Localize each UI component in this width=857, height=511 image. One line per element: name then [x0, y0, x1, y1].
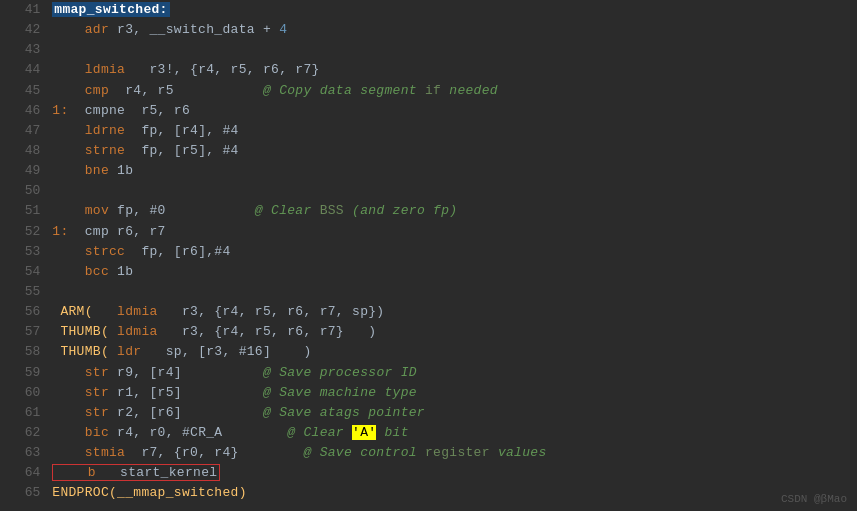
line-content: 1: cmp r6, r7	[48, 222, 857, 242]
line-number: 64	[0, 463, 48, 483]
line-content: str r2, [r6] @ Save atags pointer	[48, 403, 857, 423]
line-number: 59	[0, 363, 48, 383]
line-content: ldrne fp, [r4], #4	[48, 121, 857, 141]
table-row: 61 str r2, [r6] @ Save atags pointer	[0, 403, 857, 423]
line-content: str r9, [r4] @ Save processor ID	[48, 363, 857, 383]
line-number: 62	[0, 423, 48, 443]
table-row: 54 bcc 1b	[0, 262, 857, 282]
line-number: 47	[0, 121, 48, 141]
line-content: strne fp, [r5], #4	[48, 141, 857, 161]
table-row: 57 THUMB( ldmia r3, {r4, r5, r6, r7} )	[0, 322, 857, 342]
line-number: 46	[0, 101, 48, 121]
table-row: 50	[0, 181, 857, 201]
table-row: 461: cmpne r5, r6	[0, 101, 857, 121]
line-content: THUMB( ldmia r3, {r4, r5, r6, r7} )	[48, 322, 857, 342]
line-content: bcc 1b	[48, 262, 857, 282]
table-row: 45 cmp r4, r5 @ Copy data segment if nee…	[0, 81, 857, 101]
line-content: mov fp, #0 @ Clear BSS (and zero fp)	[48, 201, 857, 221]
line-content: bne 1b	[48, 161, 857, 181]
table-row: 55	[0, 282, 857, 302]
line-content: stmia r7, {r0, r4} @ Save control regist…	[48, 443, 857, 463]
table-row: 62 bic r4, r0, #CR_A @ Clear 'A' bit	[0, 423, 857, 443]
code-table: 41mmap_switched:42 adr r3, __switch_data…	[0, 0, 857, 504]
table-row: 56 ARM( ldmia r3, {r4, r5, r6, r7, sp})	[0, 302, 857, 322]
line-content: str r1, [r5] @ Save machine type	[48, 383, 857, 403]
table-row: 58 THUMB( ldr sp, [r3, #16] )	[0, 342, 857, 362]
line-number: 60	[0, 383, 48, 403]
line-content	[48, 40, 857, 60]
table-row: 521: cmp r6, r7	[0, 222, 857, 242]
table-row: 41mmap_switched:	[0, 0, 857, 20]
code-container: 41mmap_switched:42 adr r3, __switch_data…	[0, 0, 857, 511]
line-number: 50	[0, 181, 48, 201]
table-row: 59 str r9, [r4] @ Save processor ID	[0, 363, 857, 383]
table-row: 65ENDPROC(__mmap_switched)	[0, 483, 857, 503]
line-number: 57	[0, 322, 48, 342]
line-number: 55	[0, 282, 48, 302]
line-content	[48, 181, 857, 201]
line-number: 45	[0, 81, 48, 101]
table-row: 48 strne fp, [r5], #4	[0, 141, 857, 161]
line-content: bic r4, r0, #CR_A @ Clear 'A' bit	[48, 423, 857, 443]
line-number: 41	[0, 0, 48, 20]
line-number: 44	[0, 60, 48, 80]
table-row: 64 b start_kernel	[0, 463, 857, 483]
line-content: THUMB( ldr sp, [r3, #16] )	[48, 342, 857, 362]
table-row: 43	[0, 40, 857, 60]
line-content: mmap_switched:	[48, 0, 857, 20]
line-content	[48, 282, 857, 302]
line-content: b start_kernel	[48, 463, 857, 483]
line-content: ARM( ldmia r3, {r4, r5, r6, r7, sp})	[48, 302, 857, 322]
line-number: 49	[0, 161, 48, 181]
table-row: 42 adr r3, __switch_data + 4	[0, 20, 857, 40]
line-number: 53	[0, 242, 48, 262]
watermark-text: CSDN @βMao	[781, 493, 847, 505]
table-row: 49 bne 1b	[0, 161, 857, 181]
line-number: 52	[0, 222, 48, 242]
line-content: 1: cmpne r5, r6	[48, 101, 857, 121]
table-row: 47 ldrne fp, [r4], #4	[0, 121, 857, 141]
line-content: adr r3, __switch_data + 4	[48, 20, 857, 40]
line-number: 42	[0, 20, 48, 40]
line-number: 65	[0, 483, 48, 503]
line-number: 61	[0, 403, 48, 423]
line-number: 51	[0, 201, 48, 221]
table-row: 44 ldmia r3!, {r4, r5, r6, r7}	[0, 60, 857, 80]
line-content: strcc fp, [r6],#4	[48, 242, 857, 262]
line-content: cmp r4, r5 @ Copy data segment if needed	[48, 81, 857, 101]
table-row: 51 mov fp, #0 @ Clear BSS (and zero fp)	[0, 201, 857, 221]
line-number: 58	[0, 342, 48, 362]
table-row: 63 stmia r7, {r0, r4} @ Save control reg…	[0, 443, 857, 463]
table-row: 53 strcc fp, [r6],#4	[0, 242, 857, 262]
line-content: ldmia r3!, {r4, r5, r6, r7}	[48, 60, 857, 80]
line-number: 54	[0, 262, 48, 282]
line-number: 43	[0, 40, 48, 60]
line-content: ENDPROC(__mmap_switched)	[48, 483, 857, 503]
line-number: 48	[0, 141, 48, 161]
line-number: 63	[0, 443, 48, 463]
line-number: 56	[0, 302, 48, 322]
table-row: 60 str r1, [r5] @ Save machine type	[0, 383, 857, 403]
